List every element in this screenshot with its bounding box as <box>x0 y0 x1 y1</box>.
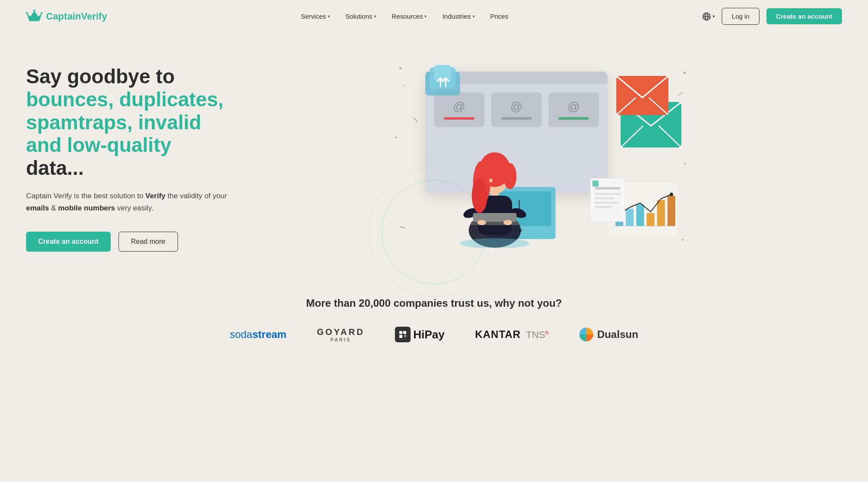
chevron-down-icon: ▾ <box>473 14 475 19</box>
cloud-illustration <box>417 63 469 99</box>
svg-rect-39 <box>595 197 614 199</box>
svg-rect-34 <box>667 196 675 226</box>
hipay-icon <box>398 330 408 339</box>
email-cell: @ <box>491 92 542 127</box>
hero-content: Say goodbye to bounces, duplicates, spam… <box>26 65 234 252</box>
illustration-container: @ @ @ <box>391 59 686 258</box>
scatter-dot <box>682 239 684 241</box>
at-symbol-icon: @ <box>453 100 465 114</box>
envelope-orange-illustration <box>616 76 668 117</box>
status-line-green <box>559 117 589 120</box>
logo-crown-icon <box>26 10 43 23</box>
scatter-dot <box>684 163 686 164</box>
document-illustration <box>590 178 625 223</box>
svg-rect-38 <box>595 193 621 195</box>
language-button[interactable]: ▾ <box>702 12 715 21</box>
hero-create-account-button[interactable]: Create an account <box>26 232 111 252</box>
envelope-icon <box>616 76 668 115</box>
svg-rect-42 <box>592 180 598 187</box>
scatter-dash <box>413 117 418 122</box>
svg-point-56 <box>477 220 486 225</box>
globe-icon <box>702 12 711 21</box>
svg-point-0 <box>33 10 36 12</box>
header-actions: ▾ Log in Create an account <box>702 8 842 25</box>
svg-rect-61 <box>399 335 402 338</box>
svg-point-53 <box>489 179 493 183</box>
svg-point-58 <box>460 238 529 248</box>
hero-headline: Say goodbye to bounces, duplicates, spam… <box>26 65 234 180</box>
svg-rect-31 <box>636 204 644 226</box>
brand-logo-hipay: HiPay <box>395 327 444 342</box>
svg-point-1 <box>26 12 28 14</box>
main-nav: Services ▾ Solutions ▾ Resources ▾ Indus… <box>301 13 509 20</box>
character-illustration <box>447 126 542 249</box>
scatter-dot <box>395 137 397 138</box>
brand-logo-goyard: GOYARD PARIS <box>317 327 365 342</box>
svg-point-35 <box>670 193 673 196</box>
person-icon <box>447 126 542 248</box>
chevron-down-icon: ▾ <box>374 14 376 19</box>
nav-services[interactable]: Services ▾ <box>301 13 330 20</box>
svg-point-52 <box>503 163 516 189</box>
svg-rect-30 <box>626 209 634 226</box>
svg-point-57 <box>503 220 512 225</box>
header-create-account-button[interactable]: Create an account <box>766 8 842 24</box>
hero-section: Say goodbye to bounces, duplicates, spam… <box>0 33 868 275</box>
hero-read-more-button[interactable]: Read more <box>118 232 178 252</box>
svg-rect-59 <box>399 331 402 334</box>
nav-industries[interactable]: Industries ▾ <box>442 13 474 20</box>
scatter-dot <box>684 72 686 74</box>
svg-rect-37 <box>595 187 621 190</box>
document-icon <box>590 178 625 222</box>
svg-rect-33 <box>657 200 665 226</box>
svg-rect-32 <box>647 213 654 226</box>
svg-rect-41 <box>595 206 612 208</box>
site-header: CaptainVerify Services ▾ Solutions ▾ Res… <box>0 0 868 33</box>
scatter-dot <box>404 85 405 86</box>
hero-actions: Create an account Read more <box>26 232 234 252</box>
chevron-down-icon: ▾ <box>424 14 427 19</box>
nav-prices[interactable]: Prices <box>490 13 509 20</box>
brand-logo-sodastream: sodastream <box>230 328 286 341</box>
nav-resources[interactable]: Resources ▾ <box>392 13 427 20</box>
nav-solutions[interactable]: Solutions ▾ <box>345 13 376 20</box>
dualsun-icon <box>579 327 594 342</box>
email-cell: @ <box>549 92 599 127</box>
scatter-dot <box>399 67 401 69</box>
status-line-gray <box>501 117 532 120</box>
svg-rect-40 <box>595 202 618 203</box>
logo-text: CaptainVerify <box>46 11 107 22</box>
login-button[interactable]: Log in <box>722 8 760 25</box>
svg-rect-60 <box>403 331 406 334</box>
scatter-dash <box>677 92 683 96</box>
logo[interactable]: CaptainVerify <box>26 10 107 23</box>
svg-point-2 <box>41 12 43 14</box>
svg-rect-62 <box>404 335 406 337</box>
at-symbol-icon: @ <box>510 100 523 114</box>
hero-subtext: Captain Verify is the best solution to V… <box>26 190 234 214</box>
status-line-red <box>444 117 474 120</box>
brand-logo-kantar: KANTAR TNSn <box>475 328 548 341</box>
hero-illustration: @ @ @ <box>234 59 842 258</box>
chevron-down-icon: ▾ <box>328 14 330 19</box>
svg-point-51 <box>472 178 487 213</box>
lang-chevron-icon: ▾ <box>713 14 715 19</box>
brand-logos-row: sodastream GOYARD PARIS HiPay KANTAR TNS… <box>26 327 842 342</box>
brand-logo-dualsun: Dualsun <box>579 327 638 342</box>
cloud-icon <box>417 63 469 98</box>
at-symbol-icon: @ <box>568 100 580 114</box>
